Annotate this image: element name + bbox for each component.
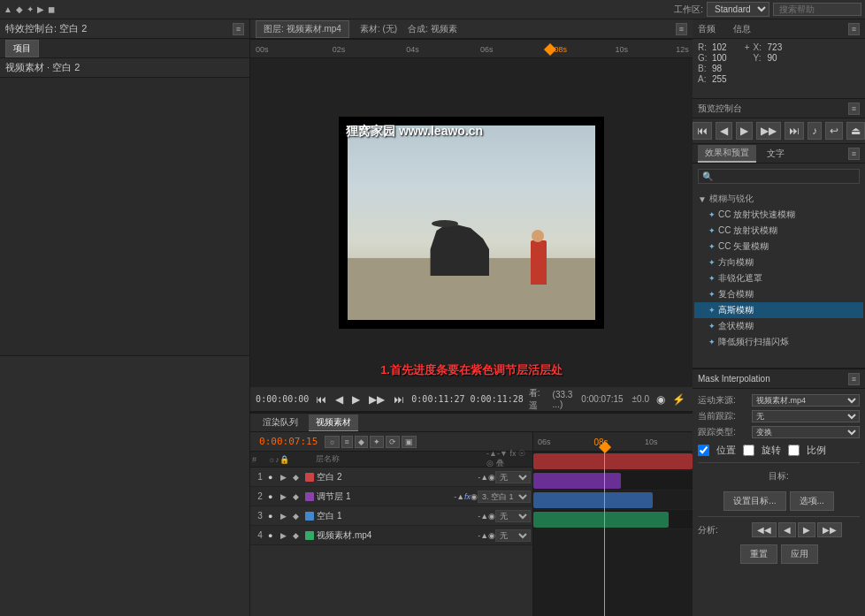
solo-btn[interactable]: ☼ bbox=[325, 436, 339, 448]
layer-3-lock[interactable]: ◆ bbox=[293, 512, 305, 521]
text-tab[interactable]: 文字 bbox=[760, 146, 792, 162]
project-tab[interactable]: 项目 bbox=[5, 40, 39, 57]
analyze-ff-btn[interactable]: ▶▶ bbox=[817, 522, 842, 537]
layer-4-mode[interactable]: 无 bbox=[495, 529, 531, 542]
effect-item-7[interactable]: ✦ 盒状模糊 bbox=[694, 318, 863, 334]
effect-item-0[interactable]: ✦ CC 放射状快速模糊 bbox=[694, 207, 863, 223]
video-tab[interactable]: 视频素材 bbox=[309, 414, 358, 431]
effect-item-4[interactable]: ✦ 非锐化遮罩 bbox=[694, 270, 863, 286]
analyze-rewind-btn[interactable]: ◀◀ bbox=[752, 522, 777, 537]
apply-btn[interactable]: 应用 bbox=[781, 544, 818, 564]
layer-2-transform[interactable]: -▲ bbox=[454, 492, 464, 501]
set-target-btn[interactable]: 设置目标... bbox=[723, 491, 785, 511]
track-clip-1[interactable] bbox=[533, 453, 693, 469]
motion-btn[interactable]: ⟳ bbox=[386, 436, 400, 448]
layer-1-name[interactable]: 空白 2 bbox=[314, 471, 476, 483]
toolbar-icon-2[interactable]: ◆ bbox=[16, 4, 23, 14]
info-menu-btn[interactable]: ≡ bbox=[848, 23, 860, 35]
add-marker-btn[interactable]: ◆ bbox=[355, 436, 368, 448]
effect-item-6[interactable]: ✦ 高斯模糊 bbox=[694, 302, 863, 318]
collapse-btn[interactable]: ≡ bbox=[341, 436, 353, 448]
toolbar-icon-1[interactable]: ▲ bbox=[4, 4, 12, 14]
layer-4-audio[interactable]: ▶ bbox=[280, 531, 293, 540]
layer-4-solo[interactable]: ◉ bbox=[488, 531, 495, 540]
layer-3-mode[interactable]: 无 bbox=[495, 510, 531, 522]
tracker-menu-btn[interactable]: ≡ bbox=[848, 373, 860, 385]
effect-item-5[interactable]: ✦ 复合模糊 bbox=[694, 286, 863, 302]
frame-fwd-btn[interactable]: ▶▶ bbox=[367, 393, 387, 406]
layer-2-lock[interactable]: ◆ bbox=[293, 492, 305, 501]
rotation-checkbox[interactable] bbox=[743, 445, 754, 456]
effects-search-input[interactable] bbox=[698, 169, 860, 184]
effect-icon-0: ✦ bbox=[708, 210, 716, 219]
effect-item-3[interactable]: ✦ 方向模糊 bbox=[694, 255, 863, 270]
draft-btn[interactable]: ✦ bbox=[370, 436, 384, 448]
layer-1-transform[interactable]: -▲ bbox=[478, 473, 488, 482]
preview-skip-end[interactable]: ⏭ bbox=[785, 122, 804, 140]
effects-tab[interactable]: 效果和预置 bbox=[698, 145, 756, 163]
frame-back-btn[interactable]: ◀ bbox=[333, 393, 345, 406]
preview-loop[interactable]: ↩ bbox=[825, 122, 843, 140]
render-queue-tab[interactable]: 渲染队列 bbox=[256, 414, 305, 430]
layer-tab[interactable]: 图层: 视频素材.mp4 bbox=[256, 20, 349, 38]
play-btn[interactable]: ▶ bbox=[350, 393, 362, 406]
layer-2-parent[interactable]: 3. 空白 1 bbox=[478, 491, 531, 503]
preview-skip-start[interactable]: ⏮ bbox=[693, 122, 712, 140]
current-track-select[interactable]: 无 bbox=[752, 410, 860, 422]
toolbar-icon-4[interactable]: ▶ bbox=[37, 4, 44, 14]
layer-3-transform[interactable]: -▲ bbox=[478, 512, 488, 521]
effects-menu-btn[interactable]: ≡ bbox=[848, 148, 860, 160]
track-clip-4[interactable] bbox=[533, 512, 669, 528]
workspace-select[interactable]: Standard bbox=[707, 2, 769, 17]
layer-2-name[interactable]: 调节层 1 bbox=[314, 491, 452, 503]
toolbar-icon-5[interactable]: ◼ bbox=[48, 4, 55, 14]
search-input[interactable] bbox=[773, 3, 861, 16]
preview-play[interactable]: ▶ bbox=[736, 122, 753, 140]
layer-1-audio[interactable]: ▶ bbox=[280, 473, 293, 482]
toolbar-icon-3[interactable]: ✦ bbox=[27, 4, 34, 14]
reset-btn[interactable]: 重置 bbox=[740, 544, 777, 564]
options-btn[interactable]: 选项... bbox=[790, 491, 834, 511]
effect-controls-menu-btn[interactable]: ≡ bbox=[233, 23, 244, 35]
skip-end-btn[interactable]: ⏭ bbox=[392, 393, 406, 406]
timeline-current-time[interactable]: 0:00:07:15 bbox=[254, 436, 323, 447]
layer-1-lock[interactable]: ◆ bbox=[293, 473, 305, 482]
fast-preview-btn[interactable]: ⚡ bbox=[670, 393, 687, 406]
preview-fwd-frame[interactable]: ▶▶ bbox=[756, 122, 781, 140]
preview-back-frame[interactable]: ◀ bbox=[716, 122, 732, 140]
layer-2-vis[interactable]: ● bbox=[268, 492, 280, 501]
effect-item-2[interactable]: ✦ CC 矢量模糊 bbox=[694, 239, 863, 255]
preview-audio[interactable]: ♪ bbox=[808, 122, 822, 140]
layer-2-solo[interactable]: ◉ bbox=[471, 492, 478, 501]
skip-start-btn[interactable]: ⏮ bbox=[314, 393, 328, 406]
analyze-fwd-btn[interactable]: ▶ bbox=[798, 522, 815, 537]
motion-source-select[interactable]: 视频素材.mp4 bbox=[752, 394, 860, 407]
layer-1-mode[interactable]: 无 bbox=[495, 471, 531, 483]
layer-4-lock[interactable]: ◆ bbox=[293, 531, 305, 540]
track-type-select[interactable]: 变换 bbox=[752, 426, 860, 438]
position-checkbox[interactable] bbox=[698, 445, 709, 456]
layer-3-solo[interactable]: ◉ bbox=[488, 512, 495, 521]
track-clip-3[interactable] bbox=[533, 492, 653, 508]
layer-4-name[interactable]: 视频素材.mp4 bbox=[314, 529, 476, 542]
target-label-text: 目标: bbox=[769, 471, 789, 481]
frame-blend-btn[interactable]: ▣ bbox=[402, 436, 417, 448]
layer-3-audio[interactable]: ▶ bbox=[280, 512, 293, 521]
layer-2-audio[interactable]: ▶ bbox=[280, 492, 293, 501]
layer-3-vis[interactable]: ● bbox=[268, 512, 280, 521]
track-clip-2[interactable] bbox=[533, 473, 621, 489]
analyze-back-btn[interactable]: ◀ bbox=[778, 522, 796, 537]
layer-1-vis[interactable]: ● bbox=[268, 473, 280, 482]
layer-4-vis[interactable]: ● bbox=[268, 531, 280, 540]
layer-1-solo[interactable]: ◉ bbox=[488, 473, 495, 482]
layer-3-name[interactable]: 空白 1 bbox=[314, 510, 476, 522]
layer-2-fx[interactable]: fx bbox=[464, 492, 471, 501]
quality-btn[interactable]: ◉ bbox=[654, 393, 667, 406]
effect-item-1[interactable]: ✦ CC 放射状模糊 bbox=[694, 223, 863, 239]
preview-eject[interactable]: ⏏ bbox=[846, 122, 865, 140]
layer-4-transform[interactable]: -▲ bbox=[478, 531, 488, 540]
scale-checkbox[interactable] bbox=[788, 445, 800, 456]
effect-item-8[interactable]: ✦ 降低频行扫描闪烁 bbox=[694, 334, 863, 350]
preview-ctrl-menu[interactable]: ≡ bbox=[848, 103, 860, 115]
preview-menu-btn[interactable]: ≡ bbox=[676, 23, 687, 35]
